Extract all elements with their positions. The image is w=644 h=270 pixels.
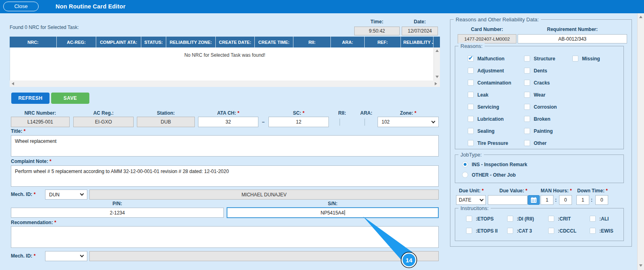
refresh-button[interactable]: REFRESH <box>11 93 50 104</box>
instruction-checkbox-ali[interactable] <box>590 216 596 222</box>
instruction-checkbox-crit[interactable] <box>548 216 554 222</box>
reason-checkbox-contamination[interactable] <box>468 80 474 86</box>
instruction-checkbox-cdccl[interactable] <box>548 228 554 234</box>
reason-item-broken[interactable]: Broken <box>524 116 550 122</box>
page-scrollbar[interactable] <box>637 13 644 270</box>
zone-select-value: 102 <box>382 119 390 125</box>
pn-input[interactable]: 2-1234 <box>11 208 224 218</box>
rii-checkbox[interactable] <box>339 118 340 126</box>
instruction-item-etops[interactable]: :ETOPS <box>466 216 493 222</box>
reason-checkbox-broken[interactable] <box>524 116 530 122</box>
mech-id-bottom-select[interactable] <box>45 251 87 261</box>
reason-checkbox-servicing[interactable] <box>468 104 474 110</box>
table-horizontal-scrollbar[interactable] <box>10 80 440 87</box>
column-header-create-time[interactable]: CREATE TIME: <box>255 37 293 47</box>
table-scroll-down-icon[interactable] <box>436 76 439 78</box>
sn-input[interactable]: NP5415A4 <box>227 207 439 218</box>
reason-item-structure[interactable]: Structure <box>524 56 555 62</box>
down-time-label: Down Time: * <box>574 188 611 194</box>
instruction-item-ewis[interactable]: :EWIS <box>590 228 613 234</box>
complaint-note-textarea[interactable]: Perform wheel # 5 replacement according … <box>11 165 439 187</box>
reason-checkbox-missing[interactable] <box>572 56 578 62</box>
reason-item-malfunction[interactable]: Malfunction <box>468 56 504 62</box>
jobtype-option-other[interactable]: OTHER - Other Job <box>462 172 516 178</box>
due-unit-select[interactable]: DATE <box>456 195 486 205</box>
instruction-item-cat-3[interactable]: :CAT 3 <box>507 228 532 234</box>
reason-item-corrosion[interactable]: Corrosion <box>524 104 557 110</box>
reason-checkbox-tire-pressure[interactable] <box>468 140 474 146</box>
instruction-item-ali[interactable]: :ALI <box>590 216 609 222</box>
column-header-status[interactable]: STATUS: <box>141 37 166 47</box>
reason-item-tire-pressure[interactable]: Tire Pressure <box>468 140 508 146</box>
instruction-item-crit[interactable]: :CRIT <box>548 216 571 222</box>
instruction-checkbox-etops-ii[interactable] <box>466 228 472 234</box>
column-header-complaint-ata[interactable]: COMPLAINT ATA: <box>96 37 141 47</box>
reason-item-contamination[interactable]: Contamination <box>468 80 511 86</box>
calendar-button[interactable] <box>528 195 540 205</box>
ara-checkbox[interactable] <box>364 118 365 126</box>
column-header-create-date[interactable]: CREATE DATE: <box>216 37 255 47</box>
reason-checkbox-dents[interactable] <box>524 68 530 74</box>
reason-item-wear[interactable]: Wear <box>524 92 545 98</box>
reason-item-other[interactable]: Other <box>524 140 547 146</box>
column-header-ref[interactable]: REF: <box>365 37 401 47</box>
reason-checkbox-painting[interactable] <box>524 128 530 134</box>
jobtype-option-ins[interactable]: INS - Inspection Remark <box>462 161 527 167</box>
reason-item-cracks[interactable]: Cracks <box>524 80 550 86</box>
reason-checkbox-sealing[interactable] <box>468 128 474 134</box>
reason-item-dents[interactable]: Dents <box>524 68 547 74</box>
title-textarea[interactable]: Wheel replacement <box>11 135 439 157</box>
instruction-item-etops-ii[interactable]: :ETOPS II <box>466 228 497 234</box>
instruction-checkbox-ewis[interactable] <box>590 228 596 234</box>
jobtype-radio-other[interactable] <box>462 172 468 178</box>
reason-checkbox-leak[interactable] <box>468 92 474 98</box>
instruction-label: :ETOPS <box>476 216 493 222</box>
reason-item-missing[interactable]: Missing <box>572 56 600 62</box>
column-header-ac-reg[interactable]: AC-REG: <box>57 37 96 47</box>
reason-item-servicing[interactable]: Servicing <box>468 104 499 110</box>
instruction-checkbox-etops[interactable] <box>466 216 472 222</box>
reason-item-adjustment[interactable]: Adjustment <box>468 68 504 74</box>
instruction-item-cdccl[interactable]: :CDCCL <box>548 228 576 234</box>
column-header-reliability-zone[interactable]: RELIABILITY ZONE: <box>166 37 216 47</box>
instruction-item-di-rii[interactable]: :DI (RII) <box>507 216 534 222</box>
reason-item-leak[interactable]: Leak <box>468 92 488 98</box>
jobtype-radio-ins[interactable] <box>462 161 468 167</box>
column-header-reliability-ji[interactable]: RELIABILITY JI <box>401 37 433 47</box>
down-time-m-input[interactable]: 0 <box>595 195 608 205</box>
reason-item-lubrication[interactable]: Lubrication <box>468 116 504 122</box>
due-value-input[interactable] <box>488 195 528 205</box>
sc-input[interactable]: 12 <box>268 117 329 127</box>
man-hours-h-input[interactable]: 1 <box>541 195 553 205</box>
close-button[interactable]: Close <box>3 2 39 11</box>
scroll-up-icon[interactable] <box>639 16 642 18</box>
zone-select[interactable]: 102 <box>378 117 439 127</box>
reason-checkbox-other[interactable] <box>524 140 530 146</box>
down-time-h-input[interactable]: 1 <box>576 195 589 205</box>
table-vertical-scrollbar[interactable] <box>433 47 440 80</box>
ata-ch-input[interactable]: 32 <box>198 117 258 127</box>
reason-checkbox-corrosion[interactable] <box>524 104 530 110</box>
recommendation-textarea[interactable] <box>11 226 439 248</box>
man-hours-m-input[interactable]: 0 <box>559 195 572 205</box>
column-header-nrc[interactable]: NRC: <box>10 37 57 47</box>
reason-item-painting[interactable]: Painting <box>524 128 553 134</box>
scroll-down-icon[interactable] <box>639 264 642 267</box>
column-header-ara[interactable]: ARA: <box>331 37 365 47</box>
table-scroll-left-icon[interactable] <box>12 82 14 85</box>
instruction-checkbox-di-rii[interactable] <box>507 216 513 222</box>
column-header-rii[interactable]: RII: <box>293 37 331 47</box>
mech-id-top-select[interactable]: DUN <box>45 190 87 200</box>
save-button[interactable]: SAVE <box>51 93 89 104</box>
requirement-number-input[interactable]: AB-0012/343 <box>518 34 627 43</box>
reason-checkbox-lubrication[interactable] <box>468 116 474 122</box>
reason-checkbox-malfunction[interactable] <box>468 56 474 62</box>
table-scroll-right-icon[interactable] <box>435 82 437 85</box>
reason-checkbox-adjustment[interactable] <box>468 68 474 74</box>
reason-checkbox-cracks[interactable] <box>524 80 530 86</box>
reason-item-sealing[interactable]: Sealing <box>468 128 495 134</box>
table-scroll-up-icon[interactable] <box>436 49 439 52</box>
reason-checkbox-structure[interactable] <box>524 56 530 62</box>
instruction-checkbox-cat-3[interactable] <box>507 228 513 234</box>
reason-checkbox-wear[interactable] <box>524 92 530 98</box>
